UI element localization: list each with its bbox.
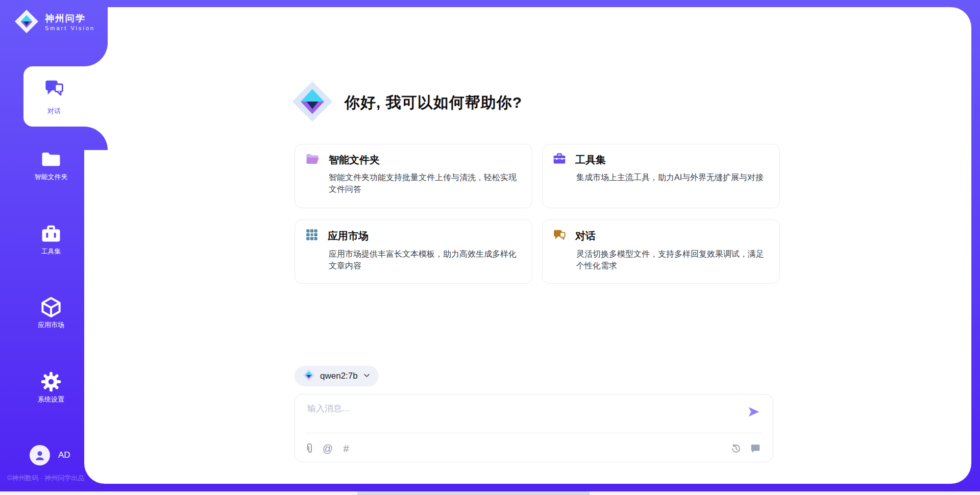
sidebar-item-settings[interactable]: 系统设置: [18, 372, 84, 404]
sidebar-item-label: 智能文件夹: [18, 172, 84, 182]
history-icon[interactable]: [730, 442, 742, 455]
mention-icon[interactable]: @: [322, 442, 334, 455]
card-description: 集成市场上主流工具，助力AI与外界无缝扩展与对接: [576, 171, 769, 183]
sidebar-item-label: 对话: [47, 107, 61, 116]
input-toolbar-left: @ #: [303, 442, 352, 455]
card-title: 应用市场: [328, 229, 369, 243]
model-selector[interactable]: qwen2:7b: [295, 366, 379, 386]
app-root: { "brand": {"name": "神州问学", "subtitle": …: [0, 0, 980, 495]
grid-icon: [305, 228, 318, 243]
card-title: 工具集: [575, 153, 606, 167]
card-description: 应用市场提供丰富长文本模板，助力高效生成多样化文章内容: [329, 248, 522, 271]
chat-icon: [44, 78, 64, 100]
input-divider: [305, 433, 763, 433]
paperclip-icon[interactable]: [303, 442, 315, 455]
logo-diamond-icon: [14, 9, 39, 36]
card-description: 灵活切换多模型文件，支持多样回复效果调试，满足个性化需求: [576, 248, 769, 271]
briefcase-icon: [18, 224, 84, 244]
hash-icon[interactable]: #: [340, 442, 352, 455]
brand-name: 神州问学: [45, 14, 95, 24]
card-app-market[interactable]: 应用市场 应用市场提供丰富长文本模板，助力高效生成多样化文章内容: [295, 219, 532, 284]
horizontal-scrollbar-thumb[interactable]: [357, 491, 590, 495]
card-smart-folder[interactable]: 智能文件夹 智能文件夹功能支持批量文件上传与清洗，轻松实现文件问答: [295, 144, 532, 208]
send-icon[interactable]: [747, 405, 761, 418]
model-name: qwen2:7b: [320, 371, 358, 381]
brand-subtitle: Smart Vision: [45, 25, 95, 31]
sidebar-item-app-market[interactable]: 应用市场: [18, 297, 84, 330]
sidebar-item-label: 工具集: [18, 247, 84, 256]
briefcase-icon: [553, 153, 566, 167]
sidebar-item-folders[interactable]: 智能文件夹: [18, 149, 84, 182]
greeting: 你好, 我可以如何帮助你?: [291, 81, 522, 125]
user-initials: AD: [58, 450, 70, 460]
input-toolbar-right: [730, 442, 762, 455]
logo-diamond-icon: [291, 81, 333, 125]
card-toolset[interactable]: 工具集 集成市场上主流工具，助力AI与外界无缝扩展与对接: [542, 144, 780, 208]
card-title: 对话: [575, 229, 596, 243]
sidebar-item-label: 应用市场: [18, 320, 84, 330]
message-input-card: @ #: [295, 394, 773, 462]
sidebar-item-chat[interactable]: 对话: [23, 66, 85, 127]
user-chip[interactable]: AD: [30, 445, 70, 465]
sidebar-item-label: 系统设置: [18, 395, 84, 404]
feedback-bubble-icon[interactable]: [749, 442, 762, 455]
folder-open-icon: [305, 153, 320, 167]
card-description: 智能文件夹功能支持批量文件上传与清洗，轻松实现文件问答: [329, 171, 522, 195]
brand: 神州问学 Smart Vision: [14, 9, 95, 36]
folder-icon: [18, 149, 84, 169]
cube-icon: [18, 297, 84, 317]
sidebar-item-toolset[interactable]: 工具集: [18, 224, 84, 256]
logo-diamond-icon: [303, 369, 315, 383]
chat-icon: [553, 228, 566, 243]
sidebar-footer: ©神州数码 · 神州问学出品: [7, 474, 84, 483]
greeting-title: 你好, 我可以如何帮助你?: [345, 92, 522, 113]
message-input[interactable]: [306, 402, 747, 430]
card-title: 智能文件夹: [329, 153, 380, 167]
card-chat[interactable]: 对话 灵活切换多模型文件，支持多样回复效果调试，满足个性化需求: [542, 219, 780, 284]
chevron-down-icon: [363, 372, 371, 381]
feature-cards: 智能文件夹 智能文件夹功能支持批量文件上传与清洗，轻松实现文件问答 工具集 集成…: [295, 144, 780, 284]
gear-icon: [18, 372, 84, 392]
avatar: [30, 445, 50, 465]
